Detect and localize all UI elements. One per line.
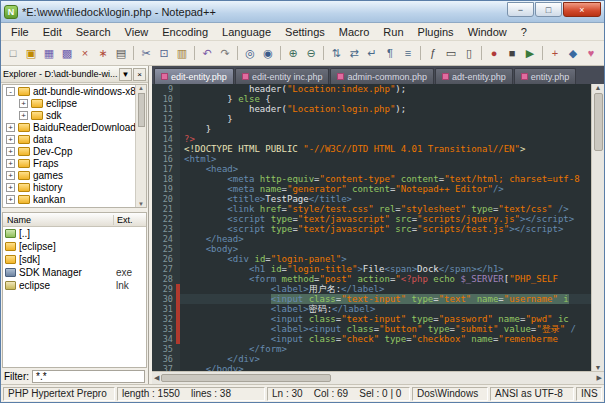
zoom-out-icon[interactable]: ⊖ — [302, 44, 320, 62]
code-line[interactable]: 31 <label>密码:</label> — [152, 304, 591, 314]
macro-stop-icon[interactable]: ■ — [503, 44, 521, 62]
code-line[interactable]: 17 <head> — [152, 164, 591, 174]
code-line[interactable]: 11 header("Location:login.php"); — [152, 104, 591, 114]
menu-item-run[interactable]: Run — [376, 25, 410, 39]
plugin-compare-icon[interactable]: ◆ — [564, 44, 582, 62]
menu-item-file[interactable]: File — [4, 25, 36, 39]
code-line[interactable]: 32 <input class="text-input" type="passw… — [152, 314, 591, 324]
tree-item-dev-cpp[interactable]: +Dev-Cpp — [3, 145, 146, 157]
tree-item-kankan[interactable]: +kankan — [3, 193, 146, 205]
replace-icon[interactable]: ◉ — [259, 44, 277, 62]
explorer-dropdown-icon[interactable]: ▼ — [119, 68, 132, 81]
code-line[interactable]: 33 <label><input class="button" type="su… — [152, 324, 591, 334]
menu-item-language[interactable]: Language — [215, 25, 278, 39]
column-header-name[interactable]: Name — [3, 215, 114, 225]
show-all-chars-icon[interactable]: ¶ — [381, 44, 399, 62]
sync-horizontal-icon[interactable]: ⇄ — [345, 44, 363, 62]
tree-item-data[interactable]: +data — [3, 133, 146, 145]
save-all-icon[interactable]: ▩ — [58, 44, 76, 62]
tree-scroll-up-icon[interactable]: ▲ — [138, 85, 144, 91]
tree-item-history[interactable]: +history — [3, 181, 146, 193]
code-line[interactable]: 25 <body> — [152, 244, 591, 254]
code-line[interactable]: 9 header("Location:index.php"); — [152, 84, 591, 94]
tree-expander-icon[interactable]: + — [6, 183, 15, 192]
close-button[interactable]: × — [563, 2, 601, 17]
code-line[interactable]: 29 <label>用户名:</label> — [152, 284, 591, 294]
tree-expander-icon[interactable]: + — [6, 195, 15, 204]
code-line[interactable]: 20 <title>TestPage</title> — [152, 194, 591, 204]
code-line[interactable]: 26 <div id="login-panel"> — [152, 254, 591, 264]
tree-item-adt-bundle-windows-x86-64-201[interactable]: -adt-bundle-windows-x86_64-201 — [3, 85, 146, 97]
explorer-close-icon[interactable]: × — [133, 68, 146, 81]
code-area[interactable]: 9 header("Location:index.php");10 } else… — [152, 84, 591, 371]
code-line[interactable]: 23 <script type="text/javascript" src="s… — [152, 224, 591, 234]
zoom-in-icon[interactable]: ⊕ — [284, 44, 302, 62]
cut-icon[interactable]: ✂ — [137, 44, 155, 62]
menu-item-encoding[interactable]: Encoding — [155, 25, 215, 39]
maximize-button[interactable]: □ — [535, 2, 562, 17]
code-line[interactable]: 34 <input class="check" type="checkbox" … — [152, 334, 591, 344]
file-list-row[interactable]: SDK Managerexe — [3, 266, 146, 279]
tree-scroll-thumb[interactable] — [138, 93, 145, 127]
undo-icon[interactable]: ↶ — [198, 44, 216, 62]
minimize-button[interactable]: − — [507, 2, 534, 17]
tree-scrollbar[interactable]: ▲ ▼ — [135, 85, 146, 207]
plugin-tidy-icon[interactable]: + — [546, 44, 564, 62]
tree-item-eclipse[interactable]: +eclipse — [3, 97, 146, 109]
vscroll-thumb[interactable] — [594, 93, 603, 151]
title-bar[interactable]: N *E:\www\filedock\login.php - Notepad++… — [1, 1, 604, 23]
scroll-left-icon[interactable]: ◀ — [154, 374, 159, 382]
menu-item-help[interactable]: ? — [514, 25, 534, 39]
menu-item-search[interactable]: Search — [69, 25, 118, 39]
print-icon[interactable]: ▤ — [112, 44, 130, 62]
indent-guide-icon[interactable]: ≡ — [399, 44, 417, 62]
file-list-row[interactable]: [eclipse] — [3, 240, 146, 253]
menu-item-edit[interactable]: Edit — [36, 25, 69, 39]
tree-expander-icon[interactable]: + — [6, 135, 15, 144]
tab-edit-entity-php[interactable]: edit-entity.php — [154, 68, 234, 84]
close-all-icon[interactable]: ∗ — [94, 44, 112, 62]
close-file-icon[interactable]: × — [76, 44, 94, 62]
tree-expander-icon[interactable]: - — [6, 87, 15, 96]
menu-item-macro[interactable]: Macro — [332, 25, 377, 39]
editor-vscrollbar[interactable]: ▲ ▼ — [591, 84, 604, 371]
tree-item-sdk[interactable]: +sdk — [3, 109, 146, 121]
code-line[interactable]: 15<!DOCTYPE HTML PUBLIC "-//W3C//DTD HTM… — [152, 144, 591, 154]
code-line[interactable]: 37 </body> — [152, 364, 591, 371]
hscroll-thumb[interactable] — [161, 374, 331, 382]
code-line[interactable]: 27 <h1 id="login-title">File<span>Dock</… — [152, 264, 591, 274]
open-file-icon[interactable]: ▣ — [22, 44, 40, 62]
tree-expander-icon[interactable]: + — [6, 159, 15, 168]
save-icon[interactable]: ▦ — [40, 44, 58, 62]
tree-item-games[interactable]: +games — [3, 169, 146, 181]
tab-admin-common-php[interactable]: admin-common.php — [330, 68, 434, 84]
tree-item-fraps[interactable]: +Fraps — [3, 157, 146, 169]
copy-icon[interactable]: ⊡ — [155, 44, 173, 62]
sync-vertical-icon[interactable]: ⇅ — [327, 44, 345, 62]
code-line[interactable]: 22 <script type="text/javascript" src="s… — [152, 214, 591, 224]
tab-adt-entity-php[interactable]: adt-entity.php — [435, 68, 513, 84]
plugin-favorite-icon[interactable]: ♥ — [582, 44, 600, 62]
code-line[interactable]: 13 } — [152, 124, 591, 134]
code-line[interactable]: 16<html> — [152, 154, 591, 164]
code-line[interactable]: 19 <meta name="generator" content="Notep… — [152, 184, 591, 194]
code-line[interactable]: 36 </div> — [152, 354, 591, 364]
tree-item-baidureaderdownload[interactable]: +BaiduReaderDownload — [3, 121, 146, 133]
menu-item-window[interactable]: Window — [461, 25, 514, 39]
redo-icon[interactable]: ↷ — [216, 44, 234, 62]
tree-expander-icon[interactable]: + — [19, 111, 28, 120]
code-line[interactable]: 10 } else { — [152, 94, 591, 104]
scroll-right-icon[interactable]: ▶ — [597, 374, 602, 382]
tree-expander-icon[interactable]: + — [6, 123, 15, 132]
macro-play-icon[interactable]: ▶ — [521, 44, 539, 62]
file-list-row[interactable]: [..] — [3, 227, 146, 240]
doc-switcher-icon[interactable]: ▯ — [460, 44, 478, 62]
tree-expander-icon[interactable]: + — [6, 171, 15, 180]
doc-map-icon[interactable]: ▭ — [442, 44, 460, 62]
tree-expander-icon[interactable]: + — [6, 147, 15, 156]
find-icon[interactable]: ◎ — [241, 44, 259, 62]
editor-hscrollbar[interactable]: ◀ ▶ — [152, 371, 604, 384]
scroll-up-icon[interactable]: ▲ — [595, 84, 602, 91]
function-list-icon[interactable]: ƒ — [424, 44, 442, 62]
macro-record-icon[interactable]: ● — [485, 44, 503, 62]
